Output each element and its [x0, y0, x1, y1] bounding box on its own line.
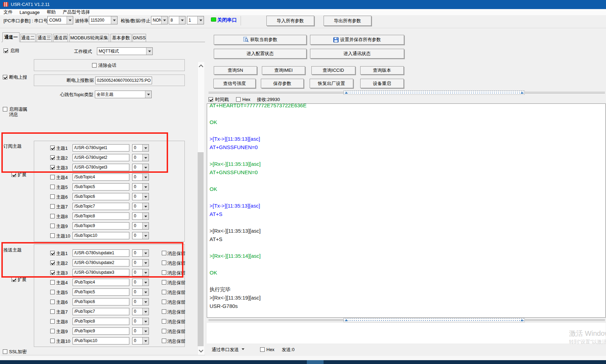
publish-topic-7-input[interactable]: /PubTopic7 — [73, 308, 129, 315]
subscribe-topic-2-qos-select[interactable]: 0 — [132, 154, 149, 161]
publish-topic-9-qos-select[interactable]: 0 — [132, 327, 149, 335]
subscribe-extend-checkbox[interactable] — [12, 172, 16, 177]
publish-topic-8-qos-select[interactable]: 0 — [132, 318, 149, 325]
publish-topic-9-input[interactable]: /PubTopic9 — [73, 327, 129, 335]
subscribe-topic-4-checkbox[interactable] — [50, 175, 55, 179]
publish-topic-2-qos-select[interactable]: 0 — [132, 259, 149, 266]
publish-topic-2-retain-checkbox[interactable] — [162, 261, 166, 265]
close-port-button[interactable]: 关闭串口 — [217, 17, 237, 23]
save-params-button[interactable]: 保存参数 — [261, 79, 304, 88]
chevron-down-icon[interactable] — [142, 308, 149, 315]
tab-basic-params[interactable]: 基本参数 — [111, 34, 131, 42]
subscribe-topic-1-checkbox[interactable] — [50, 146, 55, 150]
publish-topic-10-checkbox[interactable] — [50, 339, 55, 343]
publish-topic-9-retain-checkbox[interactable] — [162, 329, 166, 333]
chevron-down-icon[interactable] — [111, 16, 117, 24]
publish-topic-2-input[interactable]: /USR-G780s/update2 — [73, 259, 129, 266]
chevron-down-icon[interactable] — [142, 223, 149, 229]
publish-topic-1-retain-checkbox[interactable] — [162, 251, 166, 255]
chevron-down-icon[interactable] — [142, 174, 149, 180]
query-sn-button[interactable]: 查询SN — [214, 66, 257, 75]
subscribe-topic-3-qos-select[interactable]: 0 — [132, 164, 149, 171]
horizontal-scrollbar-thumb[interactable] — [343, 318, 525, 322]
recv-hex-checkbox[interactable] — [236, 97, 241, 102]
query-iccid-button[interactable]: 查询ICCID — [311, 66, 355, 75]
import-params-button[interactable]: 导入所有参数 — [266, 16, 314, 26]
subscribe-topic-3-input[interactable]: /USR-G780s/get3 — [73, 164, 129, 171]
publish-topic-3-checkbox[interactable] — [50, 270, 55, 275]
tab-channel-1[interactable]: 通道一 — [2, 32, 20, 42]
query-signal-button[interactable]: 查信号强度 — [213, 79, 256, 88]
publish-topic-3-qos-select[interactable]: 0 — [132, 269, 149, 276]
params-horizontal-scrollbar[interactable] — [209, 91, 605, 95]
subscribe-topic-6-qos-select[interactable]: 0 — [132, 193, 149, 200]
ssl-encrypt-checkbox[interactable] — [3, 349, 7, 354]
publish-topic-7-retain-checkbox[interactable] — [162, 309, 166, 314]
publish-topic-8-input[interactable]: /PubTopic8 — [73, 318, 129, 325]
subscribe-topic-5-input[interactable]: /SubTopic5 — [73, 183, 129, 191]
tab-modbus-polling[interactable]: MODBUS轮询采集 — [69, 34, 109, 42]
subscribe-topic-5-checkbox[interactable] — [50, 185, 55, 189]
scroll-down-arrow-icon[interactable] — [199, 349, 203, 353]
tab-gnss[interactable]: GNSS — [132, 34, 146, 42]
tab-channel-3[interactable]: 通道三 — [37, 34, 52, 42]
power-off-data-input[interactable]: 02500524060700013275:PO — [95, 77, 152, 84]
subscribe-topic-4-qos-select[interactable]: 0 — [132, 173, 149, 181]
chevron-down-icon[interactable] — [142, 154, 149, 161]
menu-file[interactable]: 文件 — [3, 9, 13, 15]
chevron-down-icon[interactable] — [142, 260, 149, 266]
stop-bits-select[interactable]: 1 — [187, 16, 204, 24]
chevron-down-icon[interactable] — [142, 328, 149, 334]
publish-topic-10-input[interactable]: /PubTopic10 — [73, 337, 129, 344]
subscribe-topic-10-checkbox[interactable] — [50, 233, 55, 238]
publish-topic-4-qos-select[interactable]: 0 — [132, 279, 149, 286]
publish-topic-8-retain-checkbox[interactable] — [162, 319, 166, 324]
publish-topic-5-input[interactable]: /PubTopic5 — [73, 288, 129, 296]
serial-log-area[interactable]: AT+HEARTDT=7777772E7573722E636E OK >[Tx-… — [207, 103, 606, 318]
chevron-down-icon[interactable] — [142, 269, 149, 276]
work-mode-select[interactable]: MQTT模式 — [97, 47, 153, 55]
subscribe-topic-2-checkbox[interactable] — [50, 155, 55, 160]
subscribe-topic-3-checkbox[interactable] — [50, 165, 55, 170]
chevron-down-icon[interactable] — [142, 203, 149, 210]
tab-channel-4[interactable]: 通道四 — [53, 34, 68, 42]
chevron-down-icon[interactable] — [146, 48, 152, 55]
publish-topic-6-qos-select[interactable]: 0 — [132, 298, 149, 305]
clear-session-checkbox[interactable] — [92, 63, 97, 68]
subscribe-topic-7-checkbox[interactable] — [50, 204, 55, 209]
chevron-down-icon[interactable] — [142, 318, 149, 325]
parity-select[interactable]: NONI — [151, 16, 168, 24]
publish-topic-10-retain-checkbox[interactable] — [162, 339, 166, 343]
chevron-down-icon[interactable] — [142, 232, 149, 239]
get-current-params-button[interactable]: 获取当前参数 — [214, 35, 306, 45]
chevron-down-icon[interactable] — [142, 193, 149, 200]
publish-topic-5-retain-checkbox[interactable] — [162, 290, 166, 294]
publish-topic-6-checkbox[interactable] — [50, 300, 55, 304]
com-port-select[interactable]: COM3 — [47, 16, 73, 24]
subscribe-topic-7-qos-select[interactable]: 0 — [132, 203, 149, 210]
publish-topic-6-input[interactable]: /PubTopic6 — [73, 298, 129, 305]
power-off-report-checkbox[interactable] — [3, 75, 7, 79]
chevron-down-icon[interactable] — [142, 338, 149, 344]
publish-topic-4-retain-checkbox[interactable] — [162, 280, 166, 285]
publish-topic-10-qos-select[interactable]: 0 — [132, 337, 149, 344]
baud-rate-select[interactable]: 115200 — [89, 16, 118, 24]
log-horizontal-scrollbar[interactable] — [209, 318, 605, 322]
enter-config-state-button[interactable]: 进入配置状态 — [214, 49, 306, 59]
enter-comm-state-button[interactable]: 进入通讯状态 — [310, 49, 404, 59]
chevron-down-icon[interactable] — [142, 184, 149, 190]
chevron-down-icon[interactable] — [142, 164, 149, 171]
chevron-down-icon[interactable] — [142, 213, 149, 219]
menu-language[interactable]: Language — [20, 10, 40, 15]
export-params-button[interactable]: 导出所有参数 — [324, 16, 371, 26]
vertical-scrollbar-thumb[interactable] — [198, 152, 204, 346]
publish-topic-5-checkbox[interactable] — [50, 290, 55, 294]
query-imei-button[interactable]: 查询IMEI — [262, 66, 305, 75]
chevron-down-icon[interactable] — [161, 16, 167, 24]
chevron-down-icon[interactable] — [142, 279, 149, 286]
subscribe-topic-5-qos-select[interactable]: 0 — [132, 183, 149, 191]
publish-topic-6-retain-checkbox[interactable] — [162, 300, 166, 304]
chevron-down-icon[interactable] — [142, 250, 149, 256]
publish-topic-4-input[interactable]: /PubTopic4 — [73, 279, 129, 286]
send-hex-checkbox[interactable] — [260, 347, 265, 352]
